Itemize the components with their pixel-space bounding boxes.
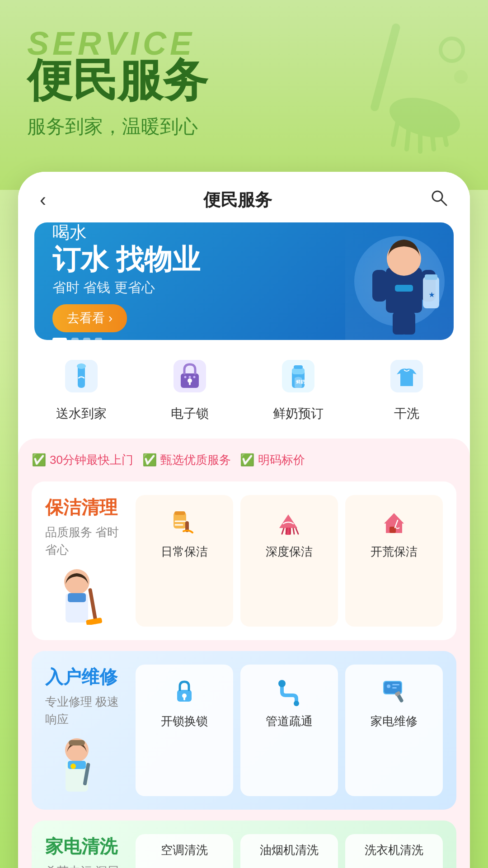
svg-rect-42 <box>174 511 185 515</box>
section-cleaning-subtitle: 品质服务 省时省心 <box>45 524 127 559</box>
ac-clean-label: 空调清洗 <box>161 842 208 858</box>
svg-rect-52 <box>69 740 85 745</box>
svg-rect-59 <box>183 697 185 700</box>
quick-icons-row: 送水到家 电子锁 <box>18 340 470 431</box>
svg-text:鲜奶: 鲜奶 <box>296 379 305 384</box>
section-repair-right: 开锁换锁 管道疏通 <box>136 665 443 796</box>
svg-line-49 <box>296 528 298 534</box>
washer-clean-label: 洗衣机清洗 <box>365 842 423 858</box>
svg-rect-66 <box>392 687 397 689</box>
header-background: SERVICE 便民服务 服务到家，温暖到心 <box>0 0 488 190</box>
service-washer-clean-button[interactable]: 洗衣机清洗 <box>345 834 443 868</box>
quick-item-milk[interactable]: 鲜奶 鲜奶预订 <box>250 354 346 422</box>
locksmith-label: 开锁换锁 <box>161 713 208 729</box>
svg-line-5 <box>432 127 434 149</box>
section-appliance-right: 空调清洗 油烟机清洗 洗衣机清洗 热水器清洗 冰箱清洗 地暖清洗 <box>136 834 443 868</box>
svg-rect-33 <box>294 365 303 369</box>
service-en-label: SERVICE <box>27 27 461 60</box>
quick-label-dryclean: 干洗 <box>394 405 419 422</box>
search-button[interactable] <box>429 188 448 212</box>
badge-check-1: ✅ <box>32 453 46 467</box>
service-hood-clean-button[interactable]: 油烟机清洗 <box>240 834 338 868</box>
pioneer-clean-icon <box>378 506 410 538</box>
dot-1 <box>52 338 67 340</box>
service-plumbing-button[interactable]: 管道疏通 <box>240 665 338 796</box>
lock-icon-box <box>167 354 212 399</box>
section-repair: 入户维修 专业修理 极速响应 <box>32 651 456 810</box>
section-repair-left: 入户维修 专业修理 极速响应 <box>45 665 127 796</box>
badge-speed: ✅ 30分钟最快上门 <box>32 452 133 468</box>
services-area: ✅ 30分钟最快上门 ✅ 甄选优质服务 ✅ 明码标价 保洁清理 品质服务 省时省… <box>18 439 470 868</box>
section-repair-title: 入户维修 <box>45 665 127 689</box>
banner-line2: 订水 找物业 <box>52 244 436 275</box>
phone-card: ‹ 便民服务 喝水 订水 找物业 省时 省钱 更省心 去看看 › <box>18 172 470 868</box>
svg-line-3 <box>407 127 409 149</box>
banner-line3: 省时 省钱 更省心 <box>52 278 436 297</box>
svg-rect-26 <box>189 382 191 385</box>
svg-point-64 <box>387 684 390 688</box>
badge-label-2: 甄选优质服务 <box>160 452 231 468</box>
top-nav: ‹ 便民服务 <box>18 172 470 222</box>
plumbing-icon <box>273 675 305 708</box>
banner-text: 喝水 订水 找物业 省时 省钱 更省心 去看看 › <box>34 222 454 340</box>
svg-line-45 <box>282 528 284 534</box>
section-appliance-title: 家电清洗 <box>45 834 127 859</box>
badge-check-3: ✅ <box>240 453 254 467</box>
svg-point-60 <box>278 680 286 687</box>
svg-rect-65 <box>392 684 399 685</box>
svg-point-28 <box>189 376 191 378</box>
service-pioneer-clean-button[interactable]: 开荒保洁 <box>345 495 443 627</box>
section-cleaning-left: 保洁清理 品质服务 省时省心 <box>45 495 127 627</box>
quick-label-milk: 鲜奶预订 <box>273 405 324 422</box>
svg-point-27 <box>184 376 187 378</box>
svg-point-22 <box>77 363 86 369</box>
quick-label-water: 送水到家 <box>56 405 107 422</box>
svg-line-48 <box>293 528 294 534</box>
dot-2 <box>71 338 79 340</box>
banner-cta-button[interactable]: 去看看 › <box>52 304 127 332</box>
daily-clean-label: 日常保洁 <box>161 544 208 560</box>
pioneer-clean-label: 开荒保洁 <box>371 544 418 560</box>
locksmith-icon <box>168 675 201 708</box>
service-appliance-repair-button[interactable]: 家电维修 <box>345 665 443 796</box>
svg-rect-38 <box>68 593 86 602</box>
hood-clean-label: 油烟机清洗 <box>260 842 319 858</box>
badge-price: ✅ 明码标价 <box>240 452 305 468</box>
quick-item-dryclean[interactable]: 干洗 <box>359 354 454 422</box>
section-repair-subtitle: 专业修理 极速响应 <box>45 693 127 728</box>
svg-line-46 <box>286 528 287 534</box>
nav-title: 便民服务 <box>203 189 272 212</box>
daily-clean-icon <box>168 506 201 538</box>
badge-check-2: ✅ <box>142 453 157 467</box>
svg-rect-54 <box>68 761 86 769</box>
banner: 喝水 订水 找物业 省时 省钱 更省心 去看看 › <box>34 222 454 340</box>
section-appliance-left: 家电清洗 杀菌去污 深层洁净 <box>45 834 127 868</box>
appliance-repair-label: 家电维修 <box>371 713 418 729</box>
svg-point-61 <box>294 701 299 706</box>
section-cleaning-right: 日常保洁 <box>136 495 443 627</box>
svg-line-10 <box>441 200 446 205</box>
banner-dots <box>52 338 436 340</box>
svg-point-8 <box>454 70 468 84</box>
section-appliance-subtitle: 杀菌去污 深层洁净 <box>45 863 127 868</box>
deep-clean-icon <box>273 506 305 538</box>
svg-point-29 <box>193 376 196 378</box>
service-daily-clean-button[interactable]: 日常保洁 <box>136 495 233 627</box>
badge-label-3: 明码标价 <box>258 452 305 468</box>
plumbing-label: 管道疏通 <box>266 713 313 729</box>
deep-clean-label: 深度保洁 <box>266 544 313 560</box>
svg-line-2 <box>393 122 398 145</box>
service-locksmith-button[interactable]: 开锁换锁 <box>136 665 233 796</box>
quick-item-lock[interactable]: 电子锁 <box>142 354 237 422</box>
back-button[interactable]: ‹ <box>40 189 46 211</box>
svg-rect-32 <box>292 368 305 374</box>
service-deep-clean-button[interactable]: 深度保洁 <box>240 495 338 627</box>
banner-line1: 喝水 <box>52 222 436 244</box>
dot-3 <box>83 338 90 340</box>
water-icon-box <box>59 354 104 399</box>
service-ac-clean-button[interactable]: 空调清洗 <box>136 834 233 868</box>
section-cleaning-title: 保洁清理 <box>45 495 127 520</box>
section-appliance-clean: 家电清洗 杀菌去污 深层洁净 <box>32 821 456 868</box>
quick-item-water[interactable]: 送水到家 <box>33 354 129 422</box>
milk-icon-box: 鲜奶 <box>276 354 321 399</box>
